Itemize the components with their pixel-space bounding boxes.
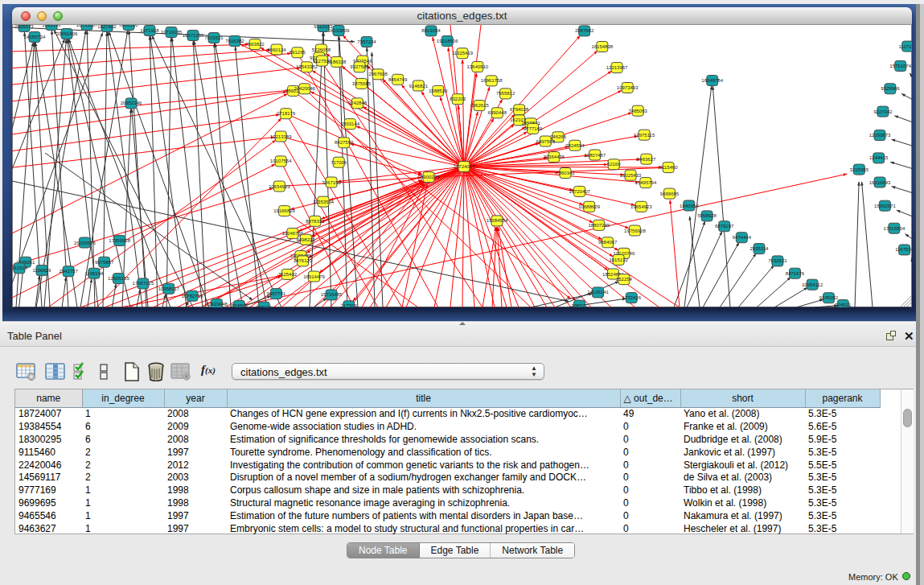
svg-text:9327506: 9327506 [350,64,369,69]
svg-text:12213389: 12213389 [270,134,292,139]
svg-text:832203: 832203 [450,97,466,101]
svg-text:3824554: 3824554 [565,143,585,148]
svg-text:7663822: 7663822 [245,42,265,47]
svg-text:2935114: 2935114 [750,246,770,251]
svg-text:13640910: 13640910 [466,64,488,69]
svg-text:12975115: 12975115 [634,133,655,138]
svg-text:9684067: 9684067 [598,240,618,245]
svg-text:10655267: 10655267 [76,25,98,27]
svg-text:4498222: 4498222 [297,237,316,242]
svg-text:6879197: 6879197 [715,224,734,229]
svg-text:1476123: 1476123 [294,258,313,263]
svg-text:14055724: 14055724 [24,35,46,39]
svg-text:9474444: 9474444 [733,235,752,240]
svg-text:1093191: 1093191 [42,25,61,27]
svg-text:904521: 904521 [835,303,852,307]
svg-text:15692971: 15692971 [874,204,896,208]
svg-text:217309: 217309 [341,303,358,307]
svg-text:12923448: 12923448 [206,302,228,307]
svg-text:7515521: 7515521 [204,35,224,40]
svg-text:891295: 891295 [290,50,306,55]
svg-text:16210643: 16210643 [869,180,891,185]
svg-text:5226058: 5226058 [312,47,331,52]
svg-text:9242848: 9242848 [348,101,368,105]
svg-text:19384554: 19384554 [487,218,508,223]
svg-text:15751074: 15751074 [889,64,911,68]
svg-text:8660124: 8660124 [267,47,286,52]
svg-text:1145194: 1145194 [84,271,104,276]
svg-text:1362615: 1362615 [470,103,489,108]
svg-text:708321: 708321 [572,303,589,307]
svg-text:11353594: 11353594 [313,200,335,204]
svg-text:18807249: 18807249 [588,223,610,228]
svg-text:7625402: 7625402 [278,272,298,277]
svg-text:10654112: 10654112 [802,282,823,287]
svg-text:1244415: 1244415 [869,155,889,160]
svg-text:8186328: 8186328 [327,60,347,64]
svg-text:62160: 62160 [607,162,621,167]
svg-text:16033809: 16033809 [328,28,350,33]
svg-text:2305573: 2305573 [14,25,34,29]
svg-text:7616382: 7616382 [225,39,244,43]
svg-text:8427552: 8427552 [335,140,354,145]
svg-text:2803144: 2803144 [341,122,360,126]
svg-text:10958117: 10958117 [158,286,180,291]
svg-text:717006: 717006 [331,160,347,165]
svg-text:16543382: 16543382 [296,64,318,69]
svg-text:7860341: 7860341 [556,171,575,175]
svg-text:9245052: 9245052 [819,295,839,300]
svg-text:3875685: 3875685 [352,81,372,86]
svg-text:15720407: 15720407 [569,189,590,194]
svg-text:1117123: 1117123 [898,44,912,49]
svg-text:3215955: 3215955 [850,167,869,172]
svg-text:17016504: 17016504 [884,226,906,231]
svg-text:11325419: 11325419 [452,51,474,56]
svg-text:12505135: 12505135 [108,276,129,281]
svg-text:9699695: 9699695 [660,192,680,196]
svg-text:2718176: 2718176 [277,111,296,116]
svg-text:19756928: 19756928 [624,229,646,233]
svg-text:9463627: 9463627 [637,157,656,162]
svg-text:12213967: 12213967 [606,65,628,70]
svg-text:9457791: 9457791 [267,291,286,296]
svg-text:16961758: 16961758 [481,78,503,83]
svg-text:16648784: 16648784 [701,78,723,83]
svg-text:9146821: 9146821 [409,84,429,89]
svg-text:20206576: 20206576 [74,241,96,245]
svg-text:16914479: 16914479 [303,274,325,279]
svg-text:7955812: 7955812 [496,91,515,96]
svg-text:18724007: 18724007 [454,164,475,169]
svg-text:2087682: 2087682 [575,28,594,33]
svg-text:16671355: 16671355 [183,33,204,38]
svg-text:9115460: 9115460 [659,165,679,170]
svg-text:9777169: 9777169 [524,126,543,131]
svg-text:1071918: 1071918 [140,28,159,33]
svg-text:14136141: 14136141 [587,290,609,295]
svg-text:6990448: 6990448 [488,110,507,115]
svg-text:9975867: 9975867 [95,260,114,265]
svg-text:20953346: 20953346 [121,101,142,105]
svg-text:1640954: 1640954 [680,204,699,208]
svg-text:17359928: 17359928 [109,238,130,243]
svg-text:7632621: 7632621 [768,258,787,263]
svg-text:19654923: 19654923 [630,204,652,209]
svg-text:6966160: 6966160 [119,25,138,27]
svg-text:9227342: 9227342 [873,109,893,114]
svg-text:2967608: 2967608 [368,72,388,76]
svg-text:1167534: 1167534 [895,247,912,252]
svg-text:824506: 824506 [231,303,248,307]
svg-text:25900275: 25900275 [418,175,440,179]
svg-text:1527602: 1527602 [97,25,117,29]
svg-text:24420046: 24420046 [294,86,315,91]
svg-text:8471676: 8471676 [786,271,805,276]
svg-text:12093873: 12093873 [869,133,891,138]
svg-text:1588520: 1588520 [429,89,448,93]
svg-text:15716485: 15716485 [321,292,343,297]
svg-text:8454749: 8454749 [388,77,408,82]
svg-text:10025433: 10025433 [620,173,642,178]
svg-text:16154838: 16154838 [591,44,613,49]
svg-text:15495794: 15495794 [635,180,657,185]
svg-text:3267150: 3267150 [322,180,341,185]
svg-text:958321: 958321 [256,305,273,307]
svg-text:1615132: 1615132 [609,257,628,262]
